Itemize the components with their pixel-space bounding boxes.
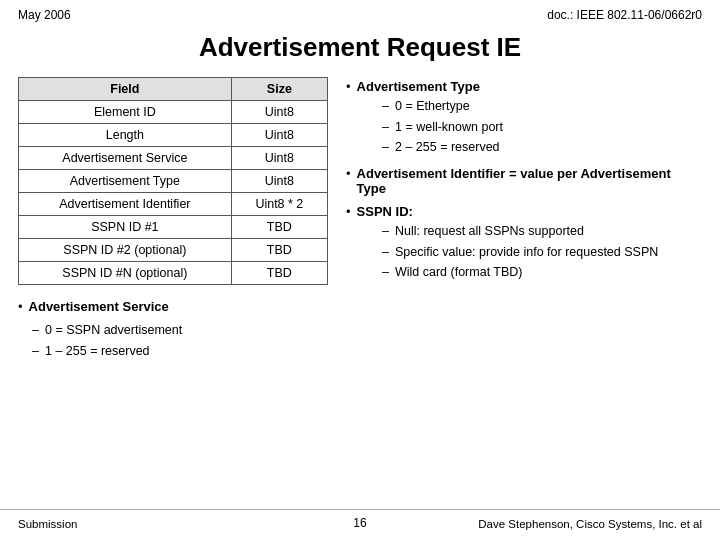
table-row: SSPN ID #1TBD [19,216,328,239]
right-sub-bullets: –0 = Ethertype–1 = well-known port–2 – 2… [346,96,702,158]
table-cell: Length [19,124,232,147]
bullet-dot: • [346,79,351,94]
col-field: Field [19,78,232,101]
left-bullet-items: –0 = SSPN advertisement–1 – 255 = reserv… [18,320,328,361]
table-cell: Advertisement Identifier [19,193,232,216]
table-cell: SSPN ID #N (optional) [19,262,232,285]
table-row: Advertisement ServiceUint8 [19,147,328,170]
right-sub-bullets: –Null: request all SSPNs supported–Speci… [346,221,702,283]
left-bullet-item: –0 = SSPN advertisement [18,320,328,341]
table-cell: TBD [231,262,327,285]
page-title: Advertisement Request IE [0,26,720,77]
table-cell: Uint8 [231,170,327,193]
table-row: SSPN ID #2 (optional)TBD [19,239,328,262]
bullet-dot: • [346,166,351,181]
right-bullet-section: •Advertisement Type–0 = Ethertype–1 = we… [346,79,702,158]
table-cell: Uint8 [231,147,327,170]
left-bullet-title: Advertisement Service [29,299,169,314]
table-row: Advertisement TypeUint8 [19,170,328,193]
table-cell: SSPN ID #2 (optional) [19,239,232,262]
table-row: Advertisement IdentifierUint8 * 2 [19,193,328,216]
bullet-dot: • [346,204,351,219]
table-cell: TBD [231,239,327,262]
bullet-dot: • [18,299,23,314]
footer-left: Submission [18,518,77,530]
right-sub-item: –0 = Ethertype [368,96,702,117]
col-size: Size [231,78,327,101]
right-panel: •Advertisement Type–0 = Ethertype–1 = we… [346,77,702,361]
right-sub-item: –2 – 255 = reserved [368,137,702,158]
right-bullet-title: Advertisement Identifier = value per Adv… [357,166,702,196]
ie-table: Field Size Element IDUint8LengthUint8Adv… [18,77,328,285]
right-bullet-title-row: •Advertisement Identifier = value per Ad… [346,166,702,196]
right-sub-item: –1 = well-known port [368,117,702,138]
right-sub-item: –Wild card (format TBD) [368,262,702,283]
left-panel: Field Size Element IDUint8LengthUint8Adv… [18,77,328,361]
right-sub-item: –Specific value: provide info for reques… [368,242,702,263]
table-cell: SSPN ID #1 [19,216,232,239]
right-bullet-title-row: •Advertisement Type [346,79,702,94]
table-row: SSPN ID #N (optional)TBD [19,262,328,285]
left-bullet-item: –1 – 255 = reserved [18,341,328,362]
right-bullet-title: SSPN ID: [357,204,413,219]
right-bullet-section: •SSPN ID:–Null: request all SSPNs suppor… [346,204,702,283]
right-bullet-title: Advertisement Type [357,79,480,94]
header-right: doc.: IEEE 802.11-06/0662r0 [547,8,702,22]
footer-right: Dave Stephenson, Cisco Systems, Inc. et … [478,518,702,530]
table-cell: Uint8 * 2 [231,193,327,216]
table-cell: Advertisement Type [19,170,232,193]
right-bullet-section: •Advertisement Identifier = value per Ad… [346,166,702,196]
right-sub-item: –Null: request all SSPNs supported [368,221,702,242]
table-cell: Uint8 [231,124,327,147]
table-cell: Uint8 [231,101,327,124]
table-cell: Advertisement Service [19,147,232,170]
left-bullet-section: • Advertisement Service –0 = SSPN advert… [18,299,328,361]
footer-center: 16 [353,516,366,530]
right-bullet-title-row: •SSPN ID: [346,204,702,219]
table-cell: Element ID [19,101,232,124]
table-row: LengthUint8 [19,124,328,147]
table-cell: TBD [231,216,327,239]
header-left: May 2006 [18,8,71,22]
table-row: Element IDUint8 [19,101,328,124]
